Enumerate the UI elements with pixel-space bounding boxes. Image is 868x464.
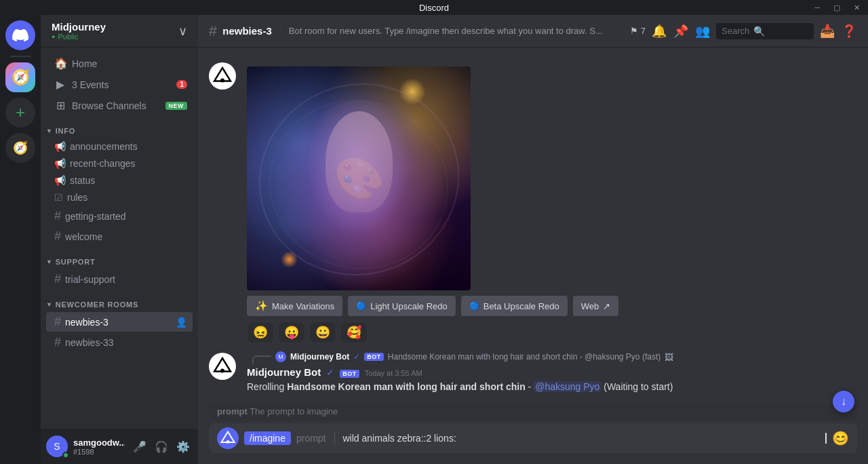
user-status-dot (62, 452, 69, 459)
user-discriminator: #1598 (73, 448, 125, 456)
help-icon[interactable]: ❓ (841, 23, 857, 39)
verified-badge-2: ✓ (326, 367, 334, 378)
megaphone-icon-3: 📢 (54, 175, 66, 186)
maximize-button[interactable]: ▢ (831, 2, 843, 14)
sidebar-item-events[interactable]: ▶ 3 Events 1 (46, 74, 193, 95)
msg-header-2: Midjourney Bot ✓ BOT Today at 3:55 AM (247, 366, 857, 378)
channel-newbies-3[interactable]: # newbies-3 👤 (46, 312, 193, 332)
megaphone-icon-2: 📢 (54, 158, 66, 169)
beta-upscale-redo-button[interactable]: 🔵 Beta Upscale Redo (461, 296, 568, 316)
emoji-button[interactable]: 😊 (832, 430, 849, 446)
user-info: samgoodw... #1598 (73, 438, 125, 456)
category-support[interactable]: ▼ SUPPORT (41, 247, 198, 269)
prompt-text: The prompt to imagine (250, 406, 338, 417)
minimize-button[interactable]: ─ (812, 2, 823, 13)
channel-trial-support[interactable]: # trial-support (46, 269, 193, 289)
web-button[interactable]: Web ↗ (573, 296, 619, 316)
app-title: Discord (419, 3, 449, 13)
reaction-3[interactable]: 😀 (309, 322, 336, 343)
browse-channels-label: Browse Channels (72, 100, 160, 111)
inbox-icon[interactable]: 📥 (819, 23, 835, 39)
discord-home-icon[interactable] (5, 20, 35, 50)
sidebar-item-browse-channels[interactable]: ⊞ Browse Channels NEW (46, 95, 193, 116)
input-user-avatar (217, 427, 239, 449)
category-info-label: INFO (56, 127, 75, 135)
msg-author-2[interactable]: Midjourney Bot (247, 366, 321, 378)
category-chevron-support-icon: ▼ (46, 258, 53, 265)
pin-icon[interactable]: 📌 (673, 23, 689, 39)
member-count[interactable]: ⚑ 7 (630, 26, 646, 36)
channel-newbies-3-label: newbies-3 (65, 317, 172, 328)
channel-getting-started[interactable]: # getting-started (46, 206, 193, 226)
add-server-button[interactable]: + (5, 98, 35, 128)
channel-status[interactable]: 📢 status (46, 172, 193, 189)
search-label: Search (722, 26, 749, 36)
reaction-buttons: 😖 😛 😀 🥰 (247, 322, 857, 343)
category-info[interactable]: ▼ INFO (41, 116, 198, 138)
user-avatar[interactable]: S (46, 436, 68, 457)
app-container: 🧭 + 🧭 Midjourney ● Public ∨ 🏠 Home (0, 15, 868, 464)
channel-recent-changes[interactable]: 📢 recent-changes (46, 155, 193, 172)
events-icon: ▶ (54, 78, 66, 91)
server-menu-icon[interactable]: ∨ (178, 24, 187, 39)
mute-button[interactable]: 🎤 (130, 437, 149, 456)
reaction-4[interactable]: 🥰 (340, 322, 368, 343)
hash-icon-7: # (54, 315, 61, 329)
channel-announcements-label: announcements (70, 141, 187, 152)
close-button[interactable]: ✕ (851, 2, 863, 14)
sidebar-item-home[interactable]: 🏠 Home (46, 53, 193, 74)
channel-hash-icon: # (209, 22, 217, 40)
prompt-label: prompt (217, 406, 248, 417)
input-divider (334, 431, 335, 445)
svg-point-1 (220, 79, 224, 83)
svg-point-5 (226, 440, 230, 444)
channel-welcome[interactable]: # welcome (46, 227, 193, 246)
svg-point-3 (220, 369, 224, 373)
explore-servers-button[interactable]: 🧭 (5, 133, 35, 163)
channel-newbies-33[interactable]: # newbies-33 (46, 332, 193, 352)
reply-text: Handsome Korean man with long hair and s… (388, 352, 660, 362)
reply-content: M Midjourney Bot ✓ BOT Handsome Korean m… (275, 351, 673, 362)
channel-newbies-33-label: newbies-33 (65, 337, 187, 348)
add-member-icon: 👤 (176, 317, 187, 328)
server-name: Midjourney (52, 21, 106, 33)
header-divider (280, 24, 281, 38)
scroll-to-bottom-button[interactable]: ↓ (833, 391, 854, 412)
channel-rules[interactable]: ☑ rules (46, 189, 193, 206)
bell-icon[interactable]: 🔔 (651, 23, 667, 39)
hash-icon-6: # (54, 272, 61, 286)
reaction-2[interactable]: 😛 (278, 322, 305, 343)
members-icon: ⚑ (630, 26, 638, 36)
channel-getting-started-label: getting-started (65, 211, 187, 222)
events-badge: 1 (176, 80, 187, 89)
hash-icon-8: # (54, 335, 61, 349)
settings-button[interactable]: ⚙️ (174, 437, 193, 456)
mention-haksung[interactable]: @haksung Pyo (534, 381, 601, 392)
server-divider (9, 56, 31, 57)
deafen-button[interactable]: 🎧 (152, 437, 171, 456)
variations-icon: ✨ (255, 300, 268, 312)
input-box-left: /imagine prompt (217, 427, 326, 449)
server-header[interactable]: Midjourney ● Public ∨ (41, 15, 198, 47)
cmd-prompt-label: prompt (296, 433, 326, 444)
light-upscale-redo-button[interactable]: 🔵 Light Upscale Redo (348, 296, 455, 316)
make-variations-button[interactable]: ✨ Make Variations (247, 296, 342, 316)
reaction-1[interactable]: 😖 (247, 322, 274, 343)
channel-welcome-label: welcome (65, 231, 187, 242)
web-label: Web (581, 301, 599, 311)
browse-icon: ⊞ (54, 99, 66, 112)
channel-announcements[interactable]: 📢 announcements (46, 138, 193, 155)
category-support-label: SUPPORT (56, 258, 96, 266)
search-box[interactable]: Search 🔍 (716, 23, 814, 39)
window-controls[interactable]: ─ ▢ ✕ (812, 2, 863, 14)
search-icon: 🔍 (753, 26, 765, 37)
beta-upscale-label: Beta Upscale Redo (484, 301, 559, 311)
input-text-area[interactable]: wild animals zebra::2 lions: (343, 433, 827, 444)
midjourney-server[interactable]: 🧭 (5, 62, 35, 92)
msg-content-1: ✨ Make Variations 🔵 Light Upscale Redo 🔵… (247, 61, 857, 343)
members-panel-icon[interactable]: 👥 (694, 23, 711, 39)
msg-image-container (247, 66, 471, 290)
input-box[interactable]: /imagine prompt wild animals zebra::2 li… (209, 423, 857, 453)
category-newcomer[interactable]: ▼ NEWCOMER ROOMS (41, 290, 198, 311)
text-cursor (825, 433, 827, 444)
